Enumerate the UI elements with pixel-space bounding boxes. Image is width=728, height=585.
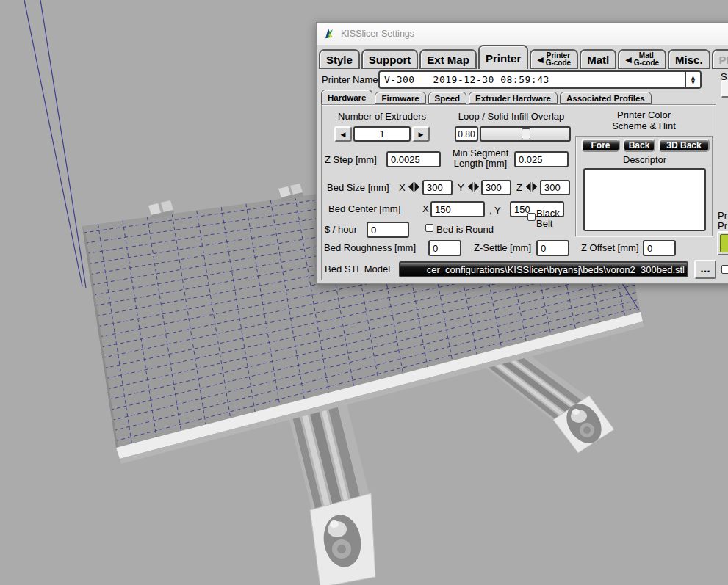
dollar-hour-label: $ / hour xyxy=(325,224,357,235)
bed-stl-browse-button[interactable]: ... xyxy=(694,260,716,279)
printer-name-spinner[interactable]: ▲ ▼ xyxy=(685,72,700,87)
min-segment-label: Min Segment Length [mm] xyxy=(447,148,514,169)
axis-x-label: X xyxy=(399,182,406,193)
printer-name-label: Printer Name xyxy=(322,74,378,85)
black-belt-checkbox[interactable] xyxy=(527,213,536,221)
bed-stl-path-field[interactable]: cer_configurations\KISSlicer\bryansj\bed… xyxy=(399,261,688,277)
bed-is-round-checkbox[interactable] xyxy=(425,224,433,232)
dollar-hour-field[interactable]: 0 xyxy=(367,222,409,238)
drag-diamond-icon[interactable] xyxy=(408,182,419,192)
right-edge-pr-label-2: Pr xyxy=(718,220,727,231)
overlap-slider[interactable] xyxy=(480,126,571,142)
color-scheme-group: Fore Back 3D Back Descriptor xyxy=(575,136,713,236)
tab-style[interactable]: Style xyxy=(319,49,360,69)
slider-thumb[interactable] xyxy=(522,128,530,139)
tab-ext-map[interactable]: Ext Map xyxy=(419,49,477,69)
z-settle-label: Z-Settle [mm] xyxy=(474,242,531,253)
subtab-extruder-hardware[interactable]: Extruder Hardware xyxy=(469,92,558,104)
window-titlebar[interactable]: KISSlicer Settings xyxy=(317,23,728,45)
left-triangle-icon: ◀ xyxy=(625,55,631,65)
printer-name-combo[interactable]: V-300 2019-12-30 08:59:43 ▲ ▼ xyxy=(378,70,702,89)
hardware-panel: Number of Extruders ◀ 1 ▶ Loop / Solid I… xyxy=(321,104,716,280)
bed-size-x-field[interactable]: 300 xyxy=(422,180,453,195)
z-offset-label: Z Offset [mm] xyxy=(581,242,639,253)
3d-back-color-button[interactable]: 3D Back xyxy=(658,139,710,152)
tab-matl-gcode[interactable]: ◀ Matl G-code xyxy=(618,49,666,69)
drag-diamond-icon[interactable] xyxy=(468,182,479,192)
right-edge-green-button[interactable] xyxy=(717,231,728,255)
bed-center-x-field[interactable]: 150 xyxy=(430,201,485,217)
green-button-fill xyxy=(720,234,728,252)
kisslicer-logo-icon xyxy=(323,28,335,40)
bed-roughness-label: Bed Roughness [mm] xyxy=(324,242,416,253)
bed-stl-label: Bed STL Model xyxy=(325,264,390,275)
tab-pro[interactable]: PRO xyxy=(712,49,728,69)
tab-misc[interactable]: Misc. xyxy=(668,49,710,69)
axis-z-label: Z xyxy=(516,182,522,193)
descriptor-textarea[interactable] xyxy=(583,168,706,231)
bed-is-round-label: Bed is Round xyxy=(436,224,494,235)
left-triangle-icon: ◀ xyxy=(537,55,543,65)
bed-center-label: Bed Center [mm] xyxy=(328,203,400,214)
bed-size-z-field[interactable]: 300 xyxy=(540,180,570,195)
z-settle-field[interactable]: 0 xyxy=(536,240,569,256)
black-belt-label: Black Belt xyxy=(536,208,569,229)
center-x-label: X xyxy=(422,203,429,214)
left-triangle-icon: ◀ xyxy=(341,131,346,138)
drag-diamond-icon[interactable] xyxy=(526,182,537,192)
printer-name-value: V-300 2019-12-30 08:59:43 xyxy=(384,74,549,85)
right-edge-partial-button[interactable] xyxy=(721,80,728,98)
z-step-field[interactable]: 0.0025 xyxy=(386,151,441,167)
fore-color-button[interactable]: Fore xyxy=(581,139,620,152)
extruders-field[interactable]: 1 xyxy=(353,126,411,142)
overlap-value-field[interactable]: 0.80 xyxy=(455,126,478,142)
tab-printer-gcode[interactable]: ◀ Printer G-code xyxy=(530,49,578,69)
bed-roughness-field[interactable]: 0 xyxy=(428,240,461,256)
extruders-decrement-button[interactable]: ◀ xyxy=(334,126,352,142)
center-y-label: , Y xyxy=(489,205,501,216)
printer-subtab-bar: Hardware Firmware Speed Extruder Hardwar… xyxy=(321,90,652,104)
subtab-firmware[interactable]: Firmware xyxy=(375,92,425,104)
right-edge-checkbox[interactable] xyxy=(721,265,728,274)
num-extruders-label: Number of Extruders xyxy=(332,111,432,122)
tab-printer[interactable]: Printer xyxy=(478,45,528,69)
axis-y-label: Y xyxy=(458,182,464,193)
color-scheme-label: Printer Color Scheme & Hint xyxy=(575,109,713,131)
bed-size-y-field[interactable]: 300 xyxy=(481,180,511,195)
main-tab-bar: Style Support Ext Map Printer ◀ Printer … xyxy=(319,45,728,69)
right-edge-pr-label-1: Pr xyxy=(718,210,727,221)
z-step-label: Z Step [mm] xyxy=(325,154,377,165)
kisslicer-settings-window: KISSlicer Settings Style Support Ext Map… xyxy=(316,22,728,284)
subtab-associated-profiles[interactable]: Associated Profiles xyxy=(560,92,652,104)
extruders-increment-button[interactable]: ▶ xyxy=(412,126,430,142)
subtab-speed[interactable]: Speed xyxy=(428,92,467,104)
spin-down-icon[interactable]: ▼ xyxy=(691,80,695,84)
subtab-hardware[interactable]: Hardware xyxy=(321,90,372,104)
screen: KISSlicer Settings Style Support Ext Map… xyxy=(0,0,728,585)
window-title: KISSlicer Settings xyxy=(341,29,414,39)
bed-size-label: Bed Size [mm] xyxy=(327,182,389,193)
back-color-button[interactable]: Back xyxy=(623,139,655,152)
overlap-label: Loop / Solid Infill Overlap xyxy=(448,111,574,122)
min-segment-field[interactable]: 0.025 xyxy=(514,151,569,167)
right-triangle-icon: ▶ xyxy=(419,131,424,138)
descriptor-label: Descriptor xyxy=(576,154,713,165)
tab-support[interactable]: Support xyxy=(361,49,419,69)
tab-matl[interactable]: Matl xyxy=(580,49,616,69)
z-offset-field[interactable]: 0 xyxy=(643,240,676,256)
